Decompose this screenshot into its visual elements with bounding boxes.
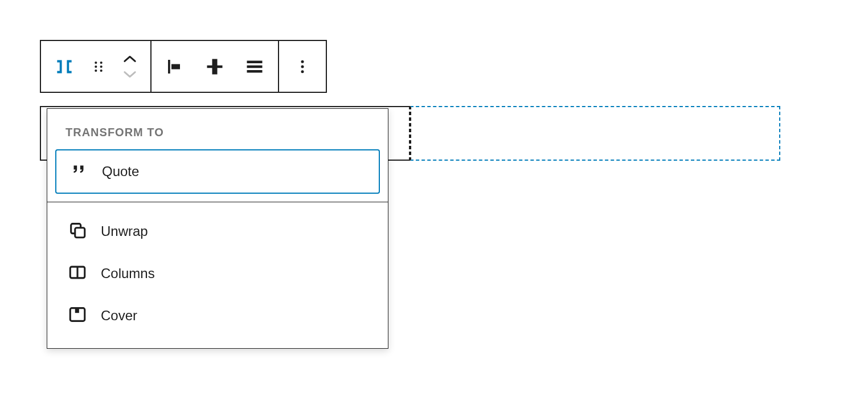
- cover-icon: [68, 305, 87, 327]
- svg-rect-12: [247, 70, 263, 73]
- svg-point-3: [100, 65, 103, 67]
- transform-item-columns[interactable]: Columns: [55, 252, 380, 295]
- align-left-button[interactable]: [155, 41, 195, 92]
- svg-point-14: [301, 65, 304, 68]
- columns-icon: [68, 263, 87, 284]
- align-center-vertical-icon: [204, 56, 225, 77]
- block-mover: [113, 41, 147, 92]
- drag-handle-button[interactable]: [84, 41, 113, 92]
- move-down-button[interactable]: [122, 70, 138, 79]
- more-options-button[interactable]: [282, 41, 322, 92]
- menu-item-label: Unwrap: [101, 225, 148, 238]
- more-options-icon: [294, 58, 311, 75]
- align-left-icon: [165, 56, 185, 77]
- align-center-vertical-button[interactable]: [195, 41, 235, 92]
- chevron-down-icon: [122, 70, 138, 79]
- transform-popover: TRANSFORM TO Quote Unwrap: [47, 108, 388, 349]
- justify-icon: [244, 56, 265, 77]
- svg-rect-17: [75, 228, 85, 238]
- toolbar-group-block: [41, 41, 152, 92]
- transform-item-quote[interactable]: Quote: [55, 149, 380, 194]
- svg-point-1: [100, 61, 103, 63]
- justify-button[interactable]: [235, 41, 275, 92]
- toolbar-group-more: [279, 41, 326, 92]
- svg-point-13: [301, 60, 304, 63]
- toolbar-group-align: [152, 41, 279, 92]
- transform-item-unwrap[interactable]: Unwrap: [55, 210, 380, 252]
- chevron-up-icon: [122, 55, 138, 64]
- svg-point-5: [100, 69, 103, 71]
- svg-rect-6: [168, 60, 170, 74]
- drag-handle-icon: [91, 59, 107, 75]
- row-icon: [54, 56, 75, 77]
- unwrap-icon: [68, 221, 87, 242]
- svg-rect-10: [247, 60, 263, 63]
- block-type-button[interactable]: [44, 41, 84, 92]
- menu-item-label: Quote: [102, 165, 139, 178]
- svg-point-2: [95, 65, 97, 67]
- transform-item-cover[interactable]: Cover: [55, 295, 380, 337]
- column-right-selected[interactable]: [410, 106, 780, 161]
- svg-rect-11: [247, 65, 263, 68]
- svg-point-4: [95, 69, 97, 71]
- transform-section-secondary: Unwrap Columns Cover: [47, 202, 388, 348]
- svg-rect-21: [75, 308, 79, 313]
- transform-section-primary: Quote: [47, 149, 388, 202]
- svg-point-15: [301, 70, 304, 73]
- move-up-button[interactable]: [122, 55, 138, 64]
- svg-point-0: [95, 61, 97, 63]
- svg-rect-9: [207, 65, 223, 68]
- svg-rect-7: [171, 64, 180, 69]
- menu-item-label: Cover: [101, 309, 137, 323]
- transform-heading: TRANSFORM TO: [47, 109, 388, 149]
- block-toolbar: [40, 40, 327, 93]
- menu-item-label: Columns: [101, 267, 155, 280]
- quote-icon: [69, 161, 88, 182]
